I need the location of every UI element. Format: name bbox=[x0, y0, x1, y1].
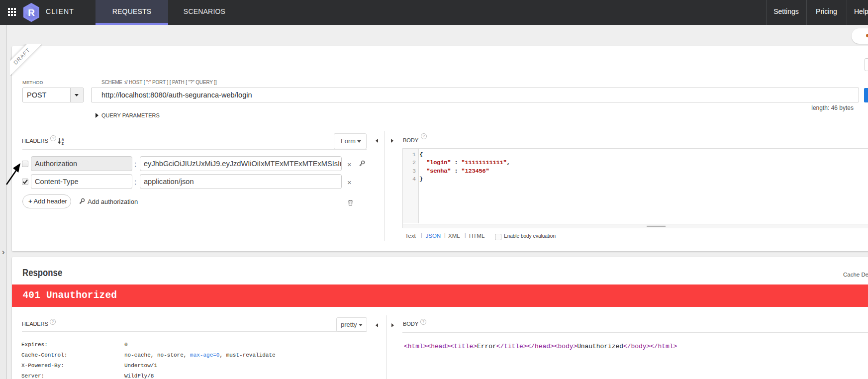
svg-text:R: R bbox=[28, 7, 35, 18]
svg-text:A: A bbox=[62, 138, 64, 141]
svg-text:Z: Z bbox=[62, 142, 64, 145]
